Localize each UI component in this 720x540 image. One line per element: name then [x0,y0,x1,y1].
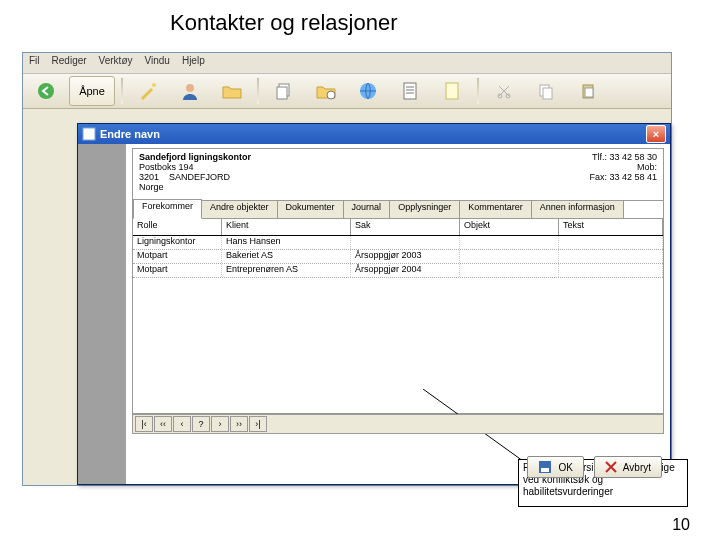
svg-rect-7 [404,83,416,99]
slide-title: Kontakter og relasjoner [0,0,720,40]
cell [460,264,559,277]
nav-fastfwd[interactable]: ›› [230,416,248,432]
relations-grid[interactable]: Rolle Klient Sak Objekt Tekst Ligningsko… [132,218,664,414]
toolbar: Åpne [23,74,671,109]
record-navigator: |‹ ‹‹ ‹ ? › ›› ›| [132,414,664,434]
application-window: Fil Rediger Verktøy Vindu Hjelp Åpne End… [22,52,672,486]
globe-icon[interactable] [349,76,387,106]
cell: Hans Hansen [222,236,351,249]
nav-next[interactable]: › [211,416,229,432]
contact-country: Norge [139,182,251,192]
menu-verktoy[interactable]: Verktøy [99,55,133,71]
col-tekst[interactable]: Tekst [559,219,663,235]
cancel-icon [605,461,617,473]
tab-forekommer[interactable]: Forekommer [133,199,202,219]
nav-query[interactable]: ? [192,416,210,432]
back-button[interactable] [27,76,65,106]
tab-annen-informasjon[interactable]: Annen informasjon [532,200,624,219]
menu-rediger[interactable]: Rediger [52,55,87,71]
tab-opplysninger[interactable]: Opplysninger [390,200,460,219]
toolbar-separator [477,78,479,104]
dialog-title: Endre navn [100,128,160,140]
dialog-content: Sandefjord ligningskontor Postboks 194 3… [126,144,670,484]
copy-icon[interactable] [265,76,303,106]
table-row[interactable]: Ligningskontor Hans Hansen [133,236,663,250]
toolbar-separator [121,78,123,104]
wand-icon[interactable] [129,76,167,106]
window-icon [82,127,96,141]
cell [351,236,460,249]
col-sak[interactable]: Sak [351,219,460,235]
col-rolle[interactable]: Rolle [133,219,222,235]
cell: Bakeriet AS [222,250,351,263]
contact-name: Sandefjord ligningskontor [139,152,251,162]
folder-clock-icon[interactable] [307,76,345,106]
contact-city: SANDEFJORD [169,172,230,182]
tab-kommentarer[interactable]: Kommentarer [460,200,532,219]
tab-journal[interactable]: Journal [344,200,391,219]
cell: Årsoppgjør 2003 [351,250,460,263]
svg-rect-12 [543,88,552,99]
paste-icon[interactable] [569,76,607,106]
address-panel: Sandefjord ligningskontor Postboks 194 3… [132,148,664,204]
document-icon[interactable] [391,76,429,106]
tlf-label: Tlf.: [592,152,607,162]
svg-point-0 [38,83,54,99]
close-button[interactable]: × [646,125,666,143]
menu-fil[interactable]: Fil [29,55,40,71]
ok-label: OK [558,462,572,473]
nav-first[interactable]: |‹ [135,416,153,432]
fax-value: 33 42 58 41 [609,172,657,182]
cancel-button[interactable]: Avbryt [594,456,662,478]
folder-open-icon[interactable] [213,76,251,106]
ok-button[interactable]: OK [527,456,583,478]
grid-header: Rolle Klient Sak Objekt Tekst [133,219,663,236]
cell [559,250,663,263]
dialog-titlebar[interactable]: Endre navn × [78,124,670,144]
mob-label: Mob: [637,162,657,172]
svg-rect-15 [83,128,95,140]
nav-fastback[interactable]: ‹‹ [154,416,172,432]
svg-point-5 [327,91,335,99]
fax-label: Fax: [589,172,607,182]
svg-rect-18 [541,468,549,472]
nav-prev[interactable]: ‹ [173,416,191,432]
note-icon[interactable] [433,76,471,106]
nav-last[interactable]: ›| [249,416,267,432]
svg-rect-8 [446,83,458,99]
cell: Motpart [133,250,222,263]
dialog-endre-navn: Endre navn × Sandefjord ligningskontor P… [77,123,671,485]
copy2-icon[interactable] [527,76,565,106]
person-icon[interactable] [171,76,209,106]
svg-point-2 [186,84,194,92]
contact-pobox: Postboks 194 [139,162,251,172]
col-klient[interactable]: Klient [222,219,351,235]
menubar: Fil Rediger Verktøy Vindu Hjelp [23,53,671,74]
col-objekt[interactable]: Objekt [460,219,559,235]
menu-vindu[interactable]: Vindu [145,55,170,71]
slide-number: 10 [672,516,690,534]
cell: Årsoppgjør 2004 [351,264,460,277]
cell [559,264,663,277]
save-icon [538,460,552,474]
svg-rect-14 [585,88,593,97]
open-button[interactable]: Åpne [69,76,115,106]
toolbar-separator [257,78,259,104]
cell: Motpart [133,264,222,277]
cancel-label: Avbryt [623,462,651,473]
dialog-left-gutter [78,144,127,484]
cell: Ligningskontor [133,236,222,249]
tabstrip: Forekommer Andre objekter Dokumenter Jou… [132,200,664,219]
cut-icon[interactable] [485,76,523,106]
cell [460,250,559,263]
cell [559,236,663,249]
svg-rect-4 [277,87,287,99]
menu-hjelp[interactable]: Hjelp [182,55,205,71]
tab-andre-objekter[interactable]: Andre objekter [202,200,278,219]
dialog-buttons: OK Avbryt [527,456,662,478]
tab-dokumenter[interactable]: Dokumenter [278,200,344,219]
tlf-value: 33 42 58 30 [609,152,657,162]
cell [460,236,559,249]
table-row[interactable]: Motpart Entreprenøren AS Årsoppgjør 2004 [133,264,663,278]
table-row[interactable]: Motpart Bakeriet AS Årsoppgjør 2003 [133,250,663,264]
